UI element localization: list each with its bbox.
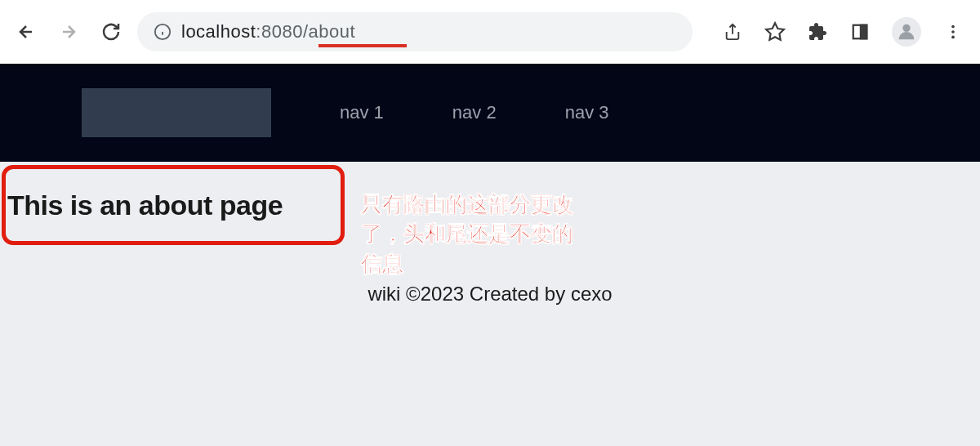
profile-avatar[interactable] (892, 17, 921, 47)
nav-controls (16, 22, 121, 42)
toolbar-right (722, 17, 964, 47)
nav-item-2[interactable]: nav 2 (452, 102, 497, 123)
share-icon[interactable] (722, 21, 743, 42)
annotation-text: 只有路由的这部分更改 了，头和尾还是不变的 信息 (361, 190, 573, 279)
bookmark-star-icon[interactable] (764, 21, 786, 42)
page-header: nav 1 nav 2 nav 3 (0, 64, 980, 162)
url-host: localhost (181, 21, 256, 42)
browser-toolbar: localhost:8080/about (0, 0, 980, 64)
panel-icon[interactable] (849, 21, 871, 42)
svg-point-8 (951, 30, 955, 33)
footer-text: wiki ©2023 Created by cexo (0, 283, 980, 306)
content-highlight-box: This is an about page (2, 165, 345, 245)
annotation-line-1: 只有路由的这部分更改 (361, 190, 573, 219)
logo-placeholder (82, 88, 271, 137)
url-port: :8080 (256, 21, 303, 42)
extensions-icon[interactable] (807, 21, 828, 42)
site-info-icon[interactable] (154, 23, 172, 41)
svg-point-9 (951, 36, 955, 39)
page-heading: This is an about page (7, 190, 283, 221)
annotation-line-2: 了，头和尾还是不变的 (361, 219, 573, 248)
nav-item-1[interactable]: nav 1 (340, 102, 384, 123)
svg-point-6 (902, 25, 910, 32)
svg-marker-3 (766, 23, 784, 40)
nav-item-3[interactable]: nav 3 (565, 102, 609, 123)
reload-button[interactable] (101, 22, 121, 42)
menu-dots-icon[interactable] (942, 21, 964, 42)
page-body: This is an about page 只有路由的这部分更改 了，头和尾还是… (0, 162, 980, 446)
svg-point-7 (951, 25, 955, 29)
forward-button[interactable] (59, 22, 78, 42)
annotation-line-3: 信息 (361, 249, 573, 279)
url-underline-annotation (318, 44, 407, 47)
url-path: /about (303, 21, 355, 42)
svg-rect-5 (861, 25, 866, 39)
address-bar[interactable]: localhost:8080/about (137, 12, 693, 51)
url-display: localhost:8080/about (181, 21, 355, 42)
back-button[interactable] (16, 22, 36, 42)
